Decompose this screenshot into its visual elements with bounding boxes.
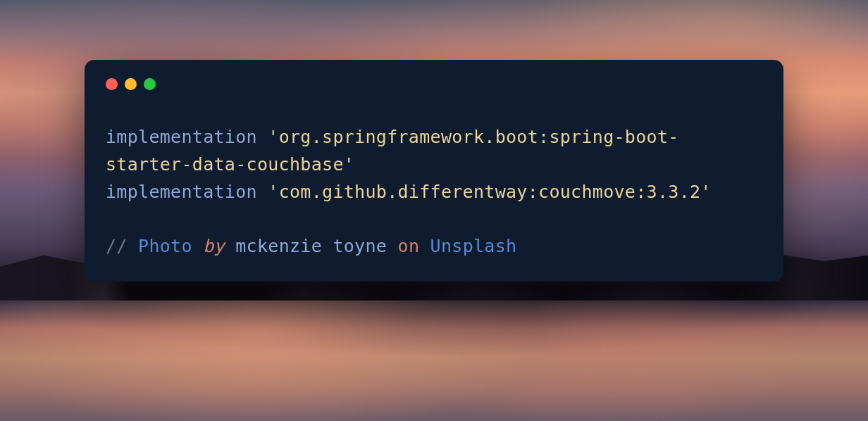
code-keyword: implementation: [106, 127, 257, 147]
minimize-icon[interactable]: [125, 78, 137, 90]
window-controls: [106, 78, 762, 90]
zoom-icon[interactable]: [144, 78, 156, 90]
code-string: 'com.github.differentway:couchmove:3.3.2…: [268, 182, 711, 202]
code-content: implementation 'org.springframework.boot…: [106, 124, 762, 260]
code-keyword: implementation: [106, 182, 257, 202]
code-comment-author: mckenzie toyne: [235, 236, 387, 256]
code-comment-on: on: [398, 236, 420, 256]
code-comment-by: by: [203, 236, 225, 256]
code-comment-slashes: //: [106, 236, 128, 256]
close-icon[interactable]: [106, 78, 118, 90]
code-comment-site: Unsplash: [430, 236, 517, 256]
code-window: implementation 'org.springframework.boot…: [85, 60, 783, 282]
code-comment-word: Photo: [138, 236, 192, 256]
